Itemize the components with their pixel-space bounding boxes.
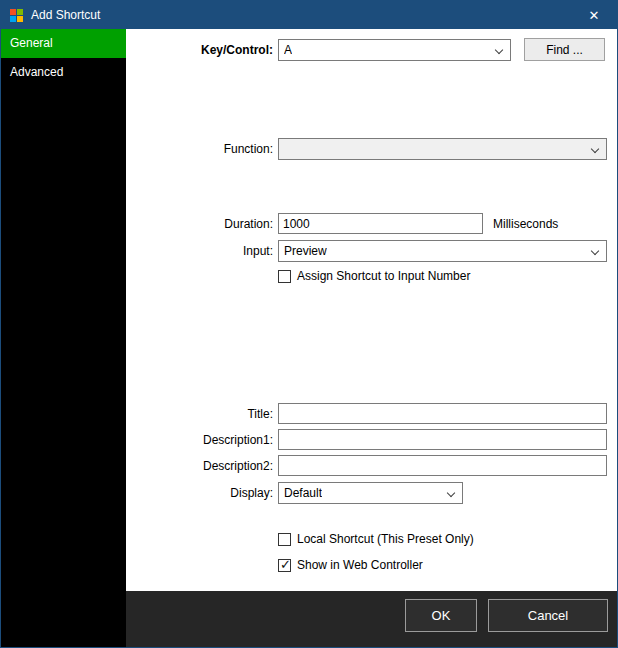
- key-control-select[interactable]: A: [278, 39, 511, 61]
- general-panel: Key/Control: A Find ... Function: Durati…: [126, 29, 617, 593]
- sidebar: General Advanced: [1, 29, 126, 647]
- key-control-label: Key/Control:: [131, 43, 273, 57]
- key-control-value: A: [284, 43, 292, 57]
- description1-label: Description1:: [131, 433, 273, 447]
- title-bar: Add Shortcut ✕: [1, 1, 617, 29]
- function-label: Function:: [131, 142, 273, 156]
- duration-label: Duration:: [131, 217, 273, 231]
- input-label: Input:: [131, 244, 273, 258]
- title-input[interactable]: [278, 403, 607, 424]
- chevron-down-icon: [495, 46, 503, 54]
- description2-label: Description2:: [131, 459, 273, 473]
- assign-shortcut-checkbox-row[interactable]: Assign Shortcut to Input Number: [278, 269, 470, 283]
- chevron-down-icon: [591, 145, 599, 153]
- app-icon: [10, 9, 23, 22]
- assign-shortcut-checkbox[interactable]: [278, 270, 291, 283]
- display-select[interactable]: Default: [278, 482, 463, 504]
- web-controller-checkbox-row[interactable]: Show in Web Controller: [278, 558, 423, 572]
- description2-input[interactable]: [278, 455, 607, 476]
- function-select[interactable]: [278, 138, 607, 160]
- find-button[interactable]: Find ...: [524, 38, 605, 61]
- cancel-button[interactable]: Cancel: [488, 599, 608, 632]
- title-label: Title:: [131, 407, 273, 421]
- local-shortcut-checkbox-row[interactable]: Local Shortcut (This Preset Only): [278, 532, 474, 546]
- description1-input[interactable]: [278, 429, 607, 450]
- dialog-footer: OK Cancel: [126, 591, 617, 647]
- display-value: Default: [284, 486, 322, 500]
- duration-input[interactable]: [278, 213, 483, 234]
- ok-button[interactable]: OK: [405, 599, 477, 632]
- chevron-down-icon: [447, 489, 455, 497]
- close-icon[interactable]: ✕: [571, 1, 617, 29]
- input-select[interactable]: Preview: [278, 240, 607, 262]
- web-controller-checkbox[interactable]: [278, 559, 291, 572]
- display-label: Display:: [131, 486, 273, 500]
- add-shortcut-dialog: Add Shortcut ✕ General Advanced Key/Cont…: [0, 0, 618, 648]
- sidebar-item-advanced[interactable]: Advanced: [1, 58, 126, 87]
- local-shortcut-checkbox-label: Local Shortcut (This Preset Only): [297, 532, 474, 546]
- web-controller-checkbox-label: Show in Web Controller: [297, 558, 423, 572]
- chevron-down-icon: [591, 247, 599, 255]
- input-value: Preview: [284, 244, 327, 258]
- window-title: Add Shortcut: [31, 8, 100, 22]
- local-shortcut-checkbox[interactable]: [278, 533, 291, 546]
- duration-units-label: Milliseconds: [493, 217, 558, 231]
- sidebar-item-general[interactable]: General: [1, 29, 126, 58]
- assign-shortcut-checkbox-label: Assign Shortcut to Input Number: [297, 269, 470, 283]
